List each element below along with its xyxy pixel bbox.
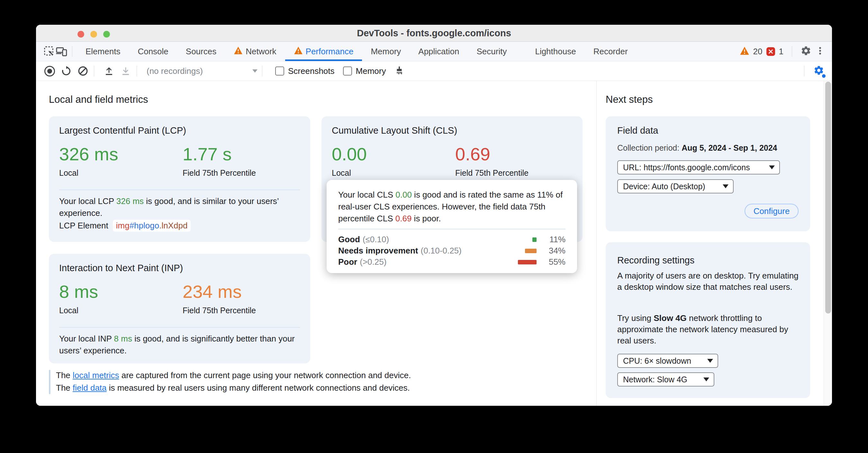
card-divider (59, 190, 300, 190)
footer-note-bar (49, 370, 51, 394)
network-throttling-select[interactable]: Network: Slow 4G (617, 373, 714, 387)
distribution-row-poor: Poor(>0.25) 55% (338, 256, 565, 268)
chevron-down-icon (704, 378, 709, 381)
clear-recordings-button[interactable] (76, 65, 89, 77)
errors-summary-icon[interactable] (767, 47, 775, 56)
inp-card-title: Interaction to Next Paint (INP) (59, 263, 183, 273)
good-swatch (532, 237, 536, 242)
errors-count: 1 (779, 46, 783, 57)
field-device-select[interactable]: Device: Auto (Desktop) (617, 179, 734, 193)
recording-settings-para2: Try using Slow 4G network throttling to … (617, 313, 799, 346)
inp-local-value-block: 8 ms Local (59, 282, 98, 315)
cls-distribution-rows: Good(≤0.10) 11% Needs improvement(0.10-0… (338, 234, 565, 268)
inp-description: Your local INP 8 ms is good, and is sign… (59, 333, 301, 357)
window-title: DevTools - fonts.google.com/icons (36, 25, 832, 41)
footer-line-1: The local metrics are captured from the … (56, 369, 411, 382)
tab-network[interactable]: Network (225, 42, 285, 61)
tabbar-right-controls: 20 1 (740, 45, 832, 58)
lcp-field-value-block: 1.77 s Field 75th Percentile (183, 144, 256, 178)
lcp-card-title: Largest Contentful Paint (LCP) (59, 125, 186, 136)
lcp-local-value: 326 ms (59, 144, 118, 164)
chevron-down-icon (252, 69, 257, 73)
record-button[interactable] (43, 65, 56, 77)
lcp-description: Your local LCP 326 ms is good, and is si… (59, 195, 301, 219)
memory-checkbox-group[interactable]: Memory (343, 66, 386, 76)
scrollbar-track[interactable] (824, 81, 832, 406)
lcp-metric-card: Largest Contentful Paint (LCP) 326 ms Lo… (49, 116, 310, 242)
tabbar-separator (72, 46, 72, 57)
warnings-summary-icon[interactable] (740, 46, 749, 57)
tab-performance[interactable]: Performance (285, 42, 362, 61)
screenshots-checkbox[interactable] (275, 66, 284, 75)
memory-checkbox[interactable] (343, 66, 352, 75)
poor-swatch (518, 260, 536, 264)
collection-period: Collection period: Aug 5, 2024 - Sep 1, … (617, 143, 777, 153)
field-data-card: Field data Collection period: Aug 5, 202… (606, 116, 810, 231)
needs-improvement-swatch (525, 249, 536, 253)
performance-panel-content: Local and field metrics Largest Contentf… (36, 81, 832, 406)
lcp-field-value: 1.77 s (183, 144, 256, 164)
devtools-window: DevTools - fonts.google.com/icons Elemen… (36, 25, 832, 406)
warnings-count: 20 (753, 46, 763, 57)
tab-elements[interactable]: Elements (77, 42, 129, 61)
cls-field-label: Field 75th Percentile (455, 168, 528, 178)
recording-settings-card: Recording settings A majority of users a… (606, 242, 810, 398)
collect-garbage-icon[interactable] (393, 65, 406, 77)
capture-settings-gear-icon[interactable] (813, 65, 824, 77)
toolbar-right-controls (800, 65, 832, 77)
cls-card-title: Cumulative Layout Shift (CLS) (332, 125, 457, 136)
distribution-row-good: Good(≤0.10) 11% (338, 234, 565, 245)
tab-memory[interactable]: Memory (362, 42, 409, 61)
chevron-down-icon (769, 165, 775, 169)
performance-toolbar: (no recordings) Screenshots Memory (36, 61, 832, 81)
chevron-down-icon (707, 359, 713, 363)
lcp-element-link[interactable]: img#hplogo.lnXdpd (113, 220, 191, 232)
inp-metric-card: Interaction to Next Paint (INP) 8 ms Loc… (49, 254, 310, 363)
save-profile-icon[interactable] (119, 65, 132, 77)
devtools-tabbar: Elements Console Sources Network Perform… (36, 42, 832, 61)
cls-local-label: Local (332, 168, 367, 178)
tooltip-divider (338, 229, 565, 229)
lcp-element-row: LCP Element img#hplogo.lnXdpd (59, 220, 191, 232)
cls-field-value: 0.69 (455, 144, 528, 164)
card-divider (59, 327, 300, 328)
warning-icon (294, 46, 303, 57)
screenshots-checkbox-group[interactable]: Screenshots (275, 66, 335, 76)
settings-gear-icon[interactable] (801, 45, 811, 58)
inp-local-value: 8 ms (59, 282, 98, 302)
tab-lighthouse[interactable]: Lighthouse (526, 42, 585, 61)
cls-local-value-block: 0.00 Local (332, 144, 367, 178)
scrollbar-thumb[interactable] (825, 82, 831, 314)
tab-sources[interactable]: Sources (177, 42, 225, 61)
recordings-dropdown-value: (no recordings) (147, 66, 203, 76)
kebab-menu-icon[interactable] (815, 45, 825, 58)
field-data-link[interactable]: field data (73, 383, 107, 393)
lcp-local-label: Local (59, 168, 118, 178)
field-url-select[interactable]: URL: https://fonts.google.com/icons (617, 160, 780, 174)
inspect-element-icon[interactable] (43, 45, 55, 58)
tab-recorder[interactable]: Recorder (585, 42, 637, 61)
titlebar: DevTools - fonts.google.com/icons (36, 25, 832, 42)
screenshots-label: Screenshots (288, 66, 335, 76)
cpu-throttling-select[interactable]: CPU: 6× slowdown (617, 354, 718, 368)
configure-button[interactable]: Configure (745, 204, 799, 219)
lcp-local-value-block: 326 ms Local (59, 144, 118, 178)
lcp-field-label: Field 75th Percentile (183, 168, 256, 178)
tab-console[interactable]: Console (129, 42, 177, 61)
cls-tooltip-text: Your local CLS 0.00 is good and is rated… (338, 189, 566, 225)
device-toolbar-icon[interactable] (55, 45, 67, 58)
settings-active-dot (822, 74, 826, 78)
cls-field-value-block: 0.69 Field 75th Percentile (455, 144, 528, 178)
local-metrics-link[interactable]: local metrics (73, 370, 119, 380)
load-profile-icon[interactable] (102, 65, 116, 77)
inp-local-label: Local (59, 306, 98, 315)
tab-security[interactable]: Security (468, 42, 516, 61)
field-data-title: Field data (617, 125, 658, 136)
cls-local-value: 0.00 (332, 144, 367, 164)
distribution-row-needs-improvement: Needs improvement(0.10-0.25) 34% (338, 245, 565, 256)
footer-line-2: The field data is measured by real users… (56, 382, 411, 394)
recordings-dropdown[interactable]: (no recordings) (147, 66, 257, 76)
tab-application[interactable]: Application (409, 42, 468, 61)
inp-field-label: Field 75th Percentile (183, 306, 256, 315)
reload-and-record-button[interactable] (60, 65, 73, 77)
